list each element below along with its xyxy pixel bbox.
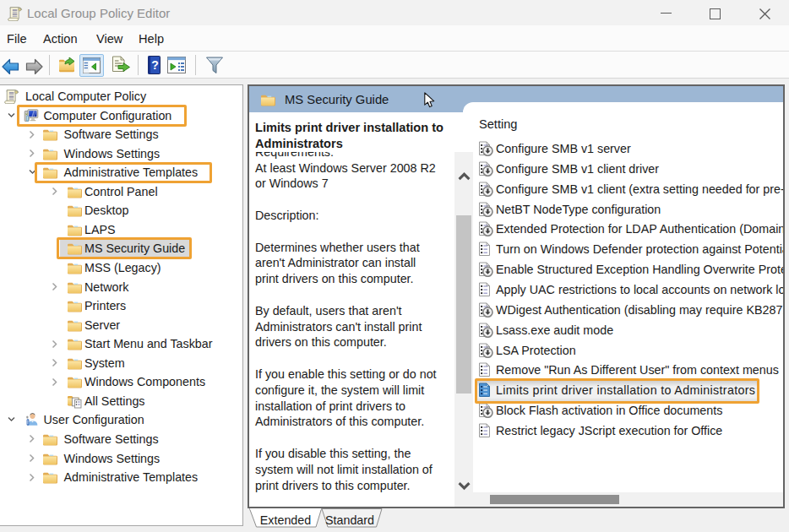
svg-text:Extended: Extended: [260, 513, 311, 527]
svg-text:Standard: Standard: [325, 513, 374, 527]
svg-text:?: ?: [151, 58, 159, 72]
